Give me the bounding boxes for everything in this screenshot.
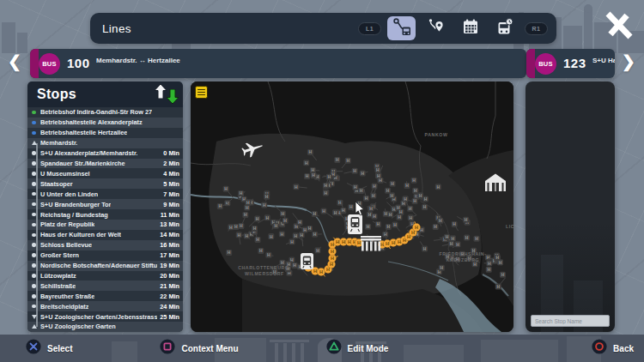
svg-text:CHARLOTTENBURG-WILMERSDORF: CHARLOTTENBURG-WILMERSDORF bbox=[238, 265, 291, 276]
svg-text:H: H bbox=[413, 198, 416, 203]
stop-name: U Museumsinsel bbox=[40, 170, 90, 178]
stops-panel: Stops Betriebshof Indira-Gandhi-Str Row … bbox=[27, 81, 183, 332]
svg-text:H: H bbox=[316, 248, 319, 253]
stop-row[interactable]: S+U Brandenburger Tor9 Min bbox=[27, 199, 183, 209]
tab-schedule[interactable] bbox=[456, 16, 484, 40]
close-button[interactable] bbox=[599, 10, 637, 45]
tab-routes[interactable] bbox=[422, 16, 450, 40]
svg-text:H: H bbox=[465, 217, 468, 222]
stop-name: U Unter den Linden bbox=[40, 190, 98, 198]
stop-row[interactable]: Reichstag / Bundestag11 Min bbox=[27, 209, 183, 220]
stop-row[interactable]: Großer Stern17 Min bbox=[27, 250, 183, 261]
stop-name: S+U Brandenburger Tor bbox=[40, 201, 111, 208]
svg-text:H: H bbox=[265, 194, 269, 199]
hint-label: Select bbox=[47, 344, 72, 353]
svg-text:H: H bbox=[369, 206, 373, 211]
controller-hints-bar: SelectContext MenuEdit Mode Back bbox=[0, 335, 644, 362]
search-stop-input[interactable] bbox=[531, 315, 610, 327]
svg-text:H: H bbox=[357, 240, 361, 245]
close-icon bbox=[602, 10, 635, 45]
square-controller-icon bbox=[160, 339, 175, 358]
svg-text:H: H bbox=[265, 215, 269, 220]
hint-label: Edit Mode bbox=[348, 344, 389, 353]
stop-row[interactable]: Spandauer Str./Marienkirche2 Min bbox=[27, 159, 183, 169]
tab-lines[interactable] bbox=[387, 16, 416, 40]
dot-blue-icon bbox=[27, 131, 40, 136]
svg-text:H: H bbox=[306, 173, 309, 178]
dot-white-icon bbox=[27, 223, 40, 227]
stop-row[interactable]: U Unter den Linden7 Min bbox=[27, 189, 183, 199]
stop-row[interactable]: Schloss Bellevue16 Min bbox=[27, 240, 183, 250]
svg-text:H: H bbox=[313, 268, 317, 274]
prev-line-button[interactable]: ❮ bbox=[5, 51, 24, 71]
svg-text:H: H bbox=[353, 168, 356, 173]
cross-button-hint[interactable]: Select bbox=[26, 339, 72, 358]
svg-text:H: H bbox=[386, 188, 390, 193]
svg-text:H: H bbox=[349, 204, 353, 209]
svg-text:H: H bbox=[409, 206, 412, 211]
square-button-hint[interactable]: Context Menu bbox=[160, 339, 238, 358]
stop-row[interactable]: S+U Zoologischer Garten bbox=[27, 322, 183, 332]
stop-row[interactable]: Betriebshof Indira-Gandhi-Str Row 27 bbox=[27, 107, 183, 118]
svg-text:H: H bbox=[496, 284, 500, 289]
l1-shoulder-button[interactable]: L1 bbox=[358, 22, 381, 35]
stop-row[interactable]: Betriebshaltestelle Alexanderplatz bbox=[27, 118, 183, 128]
hints-left-group: SelectContext MenuEdit Mode bbox=[26, 335, 388, 362]
stop-name: Betriebshaltestelle Hertzallee bbox=[40, 129, 127, 136]
svg-text:H: H bbox=[439, 218, 442, 223]
svg-text:H: H bbox=[346, 158, 349, 163]
scroll-up-icon[interactable] bbox=[155, 84, 167, 102]
line-number: 123 bbox=[563, 56, 586, 70]
stop-name: S+U Alexanderplatz/Memhardstr. bbox=[40, 149, 137, 157]
stop-row[interactable]: Bayreuther Straße22 Min bbox=[27, 291, 183, 301]
svg-text:H: H bbox=[392, 240, 395, 245]
stop-row[interactable]: S+U Alexanderplatz/Memhardstr.0 Min bbox=[27, 148, 183, 159]
stop-row[interactable]: S+U Zoologischer Garten/Jebensstrasse25 … bbox=[27, 311, 183, 322]
dot-white-icon bbox=[27, 233, 40, 238]
stop-row[interactable]: Haus der Kulturen der Welt14 Min bbox=[27, 230, 183, 240]
svg-text:H: H bbox=[488, 261, 491, 266]
stop-row[interactable]: Platz der Republik13 Min bbox=[27, 220, 183, 230]
dot-white-icon bbox=[27, 284, 40, 288]
hint-label: Context Menu bbox=[181, 344, 238, 353]
calendar-icon bbox=[461, 17, 480, 39]
map-panel[interactable]: HHHHHHHHHHHHHHHHHHHHHHHHHHHHHHHHHHHHHHHH… bbox=[191, 81, 513, 332]
svg-text:H: H bbox=[282, 211, 285, 216]
svg-text:H: H bbox=[246, 200, 250, 205]
line-color-accent bbox=[526, 49, 535, 78]
stop-row[interactable]: Nordische Botschaften/Adenauer Stiftung1… bbox=[27, 261, 183, 271]
svg-text:H: H bbox=[245, 233, 248, 238]
stop-row[interactable]: Breitscheidplatz24 Min bbox=[27, 301, 183, 311]
svg-text:H: H bbox=[412, 178, 416, 183]
stop-row[interactable]: Betriebshaltestelle Hertzallee bbox=[27, 128, 183, 138]
svg-text:H: H bbox=[501, 272, 505, 277]
svg-text:H: H bbox=[342, 208, 345, 213]
stop-row[interactable]: Schillstraße21 Min bbox=[27, 281, 183, 291]
stop-row[interactable]: Staatsoper5 Min bbox=[27, 178, 183, 189]
svg-text:H: H bbox=[342, 239, 345, 244]
line-card-next[interactable]: BUS 123 S+U Haupt bbox=[526, 49, 615, 78]
r1-shoulder-button[interactable]: R1 bbox=[525, 22, 548, 35]
dot-white-icon bbox=[27, 253, 40, 257]
svg-text:H: H bbox=[294, 233, 297, 238]
svg-text:H: H bbox=[373, 214, 376, 219]
stop-row[interactable]: Lützowplatz20 Min bbox=[27, 271, 183, 281]
map-legend-button[interactable] bbox=[195, 86, 208, 99]
dot-white-icon bbox=[27, 182, 40, 186]
svg-text:H: H bbox=[313, 232, 317, 237]
stop-row[interactable]: U Museumsinsel4 Min bbox=[27, 168, 183, 178]
line-card-current[interactable]: BUS 100 Memhardstr. ↔ Hertzallee bbox=[30, 49, 526, 78]
svg-text:H: H bbox=[360, 188, 363, 193]
triangle-button-hint[interactable]: Edit Mode bbox=[326, 339, 389, 358]
svg-text:H: H bbox=[267, 252, 270, 257]
scroll-down-icon[interactable] bbox=[167, 89, 179, 107]
stop-row[interactable]: Memhardstr. bbox=[27, 138, 183, 148]
next-line-button[interactable]: ❯ bbox=[619, 51, 638, 71]
svg-text:H: H bbox=[240, 190, 243, 196]
svg-text:H: H bbox=[386, 241, 389, 246]
svg-text:H: H bbox=[377, 173, 380, 178]
stop-name: Lützowplatz bbox=[40, 272, 76, 280]
tab-timetable[interactable] bbox=[490, 16, 519, 40]
triangle-up-icon bbox=[27, 141, 40, 145]
circle-button-hint[interactable]: Back bbox=[592, 339, 634, 358]
